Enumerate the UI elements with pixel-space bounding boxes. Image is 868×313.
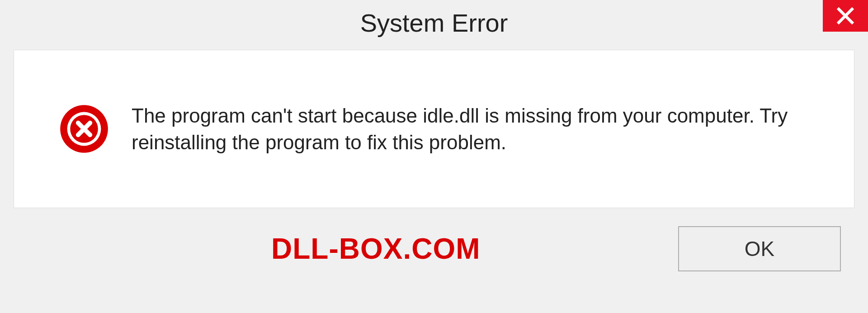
watermark-text: DLL-BOX.COM xyxy=(271,232,481,266)
dialog-title: System Error xyxy=(360,8,508,38)
error-message: The program can't start because idle.dll… xyxy=(132,102,822,156)
ok-button[interactable]: OK xyxy=(678,226,841,271)
titlebar: System Error xyxy=(0,0,868,45)
dialog-footer: DLL-BOX.COM OK xyxy=(0,208,868,271)
close-button[interactable] xyxy=(823,0,868,32)
content-area: The program can't start because idle.dll… xyxy=(14,50,854,208)
error-icon xyxy=(59,104,109,154)
error-dialog: System Error The program can't start bec… xyxy=(0,0,868,313)
close-icon xyxy=(835,6,855,26)
